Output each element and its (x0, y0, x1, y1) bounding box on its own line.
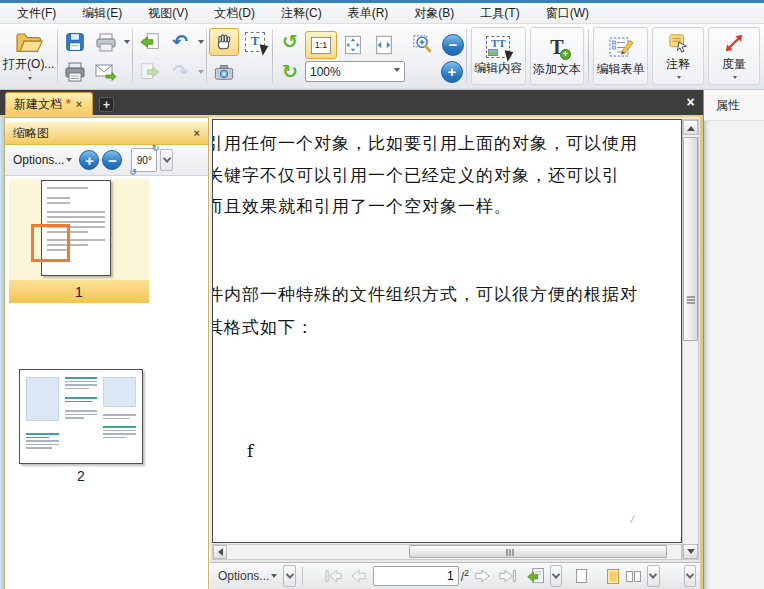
print-preview-button[interactable] (91, 28, 121, 56)
scroll-up-button[interactable] (683, 120, 698, 135)
document-tab[interactable]: 新建文档 * × (5, 92, 93, 115)
actual-size-button[interactable]: 1:1 (305, 31, 337, 59)
view-history-expand-button[interactable] (550, 565, 563, 587)
edit-form-button[interactable]: 编辑表单 (593, 27, 648, 85)
rotate-label: 90° (137, 155, 152, 166)
layout-expand-button[interactable] (647, 565, 660, 587)
menu-form[interactable]: 表单(R) (335, 3, 402, 24)
minus-icon: − (108, 153, 117, 168)
toolbar-separator (206, 29, 207, 84)
camera-icon (212, 62, 236, 82)
menu-tools[interactable]: 工具(T) (467, 3, 532, 24)
status-bar: Options... /2 (210, 562, 703, 589)
options-dropdown-icon (271, 574, 277, 581)
thumbnail-zoom-in-button[interactable]: + (79, 150, 99, 170)
menu-object[interactable]: 对象(B) (401, 3, 467, 24)
page-thumbnail-2[interactable] (19, 369, 143, 464)
open-button[interactable]: 打开(O)... (2, 26, 55, 87)
rotate-cw-mini-icon: ↻ (152, 143, 160, 153)
next-view-button[interactable] (135, 58, 165, 86)
menu-edit[interactable]: 编辑(E) (69, 3, 135, 24)
zoom-level-combobox[interactable]: 100% (305, 61, 405, 82)
statusbar-overflow-button[interactable] (684, 565, 697, 587)
document-text-line: 件内部一种特殊的文件组织方式，可以很方便的根据对 (212, 283, 638, 306)
menu-file[interactable]: 文件(F) (4, 3, 69, 24)
thumbnail-options-button[interactable]: Options... (9, 151, 76, 169)
rotate-left-button[interactable]: ↺ (275, 28, 305, 56)
edit-form-label: 编辑表单 (597, 61, 645, 78)
thumbnail-zoom-out-button[interactable]: − (102, 150, 122, 170)
horizontal-scrollbar[interactable] (212, 544, 682, 560)
tab-close-icon[interactable]: × (75, 99, 83, 110)
previous-view-button[interactable] (525, 566, 548, 586)
last-page-button[interactable] (496, 566, 519, 586)
snapshot-button[interactable] (209, 58, 239, 86)
redo-dropdown-icon[interactable] (198, 70, 204, 77)
properties-panel: 属性 (703, 90, 764, 589)
rotate-right-button[interactable]: ↻ (275, 58, 305, 86)
rotate-cw-icon: ↻ (282, 62, 298, 81)
panel-close-icon[interactable]: × (194, 127, 200, 139)
horizontal-scroll-thumb[interactable] (409, 545, 667, 558)
menu-bar: 文件(F) 编辑(E) 视图(V) 文档(D) 注释(C) 表单(R) 对象(B… (0, 3, 764, 24)
tab-title: 新建文档 (14, 96, 62, 113)
zoom-out-button[interactable]: − (442, 34, 464, 56)
thumbnail-panel-title: 缩略图 (13, 125, 49, 142)
hand-tool-button[interactable] (209, 28, 239, 56)
vertical-scrollbar[interactable] (682, 119, 699, 560)
printer-button[interactable] (60, 58, 90, 86)
vertical-scroll-thumb[interactable] (683, 137, 698, 341)
rotate-more-button[interactable] (160, 149, 173, 171)
add-text-button[interactable]: T + 添加文本 (530, 27, 585, 85)
fit-width-button[interactable] (369, 31, 399, 59)
status-options-expand-button[interactable] (283, 565, 296, 587)
undo-button[interactable]: ↶ (165, 28, 195, 56)
facing-layout-button[interactable] (622, 566, 645, 586)
previous-view-button[interactable] (135, 28, 165, 56)
thumbnail-panel-header: 缩略图 × (5, 122, 208, 145)
chevron-down-icon (649, 570, 657, 578)
first-page-button[interactable] (323, 566, 346, 586)
previous-page-button[interactable] (348, 566, 371, 586)
zoom-in-button[interactable]: + (441, 61, 463, 83)
email-button[interactable] (91, 58, 121, 86)
page-number-input[interactable] (373, 566, 459, 586)
first-page-icon (323, 567, 345, 585)
undo-icon: ↶ (172, 32, 188, 51)
fit-page-button[interactable] (338, 31, 368, 59)
thumbnail-panel: 缩略图 × Options... + − 90° ↻ ↺ (0, 117, 210, 589)
measure-tools-button[interactable]: 度量 (708, 27, 760, 85)
comment-tools-button[interactable]: 注释 (652, 27, 704, 85)
scroll-grip (687, 296, 695, 298)
edit-content-button[interactable]: TT 编辑内容 (471, 27, 526, 85)
menu-view[interactable]: 视图(V) (135, 3, 201, 24)
menu-comment[interactable]: 注释(C) (268, 3, 335, 24)
menu-window[interactable]: 窗口(W) (533, 3, 602, 24)
redo-button[interactable]: ↷ (165, 58, 195, 86)
next-page-button[interactable] (471, 566, 494, 586)
save-button[interactable] (60, 28, 90, 56)
rotate-pages-button[interactable]: 90° ↻ ↺ (131, 148, 157, 172)
tab-modified-marker: * (66, 97, 71, 111)
select-text-button[interactable]: T (240, 28, 270, 56)
undo-dropdown-icon[interactable] (198, 40, 204, 47)
save-icon (64, 31, 86, 53)
previous-page-icon (348, 567, 370, 585)
next-page-icon (471, 567, 493, 585)
new-tab-button[interactable]: + (99, 97, 114, 112)
status-options-button[interactable]: Options... (214, 567, 281, 585)
continuous-page-icon (607, 569, 619, 584)
marquee-zoom-button[interactable] (408, 31, 438, 59)
scroll-left-button[interactable] (213, 545, 227, 559)
select-text-icon: T (245, 32, 265, 52)
scroll-down-button[interactable] (683, 544, 698, 559)
continuous-layout-button[interactable] (601, 566, 624, 586)
menu-document[interactable]: 文档(D) (201, 3, 268, 24)
viewport-indicator[interactable] (31, 224, 70, 262)
document-text-line: 引用任何一个对象，比如要引用上面的对象，可以使用 (212, 132, 638, 155)
facing-pages-icon (626, 571, 641, 582)
single-page-layout-button[interactable] (570, 566, 593, 586)
print-dropdown-icon[interactable] (124, 40, 130, 47)
measure-label: 度量 (722, 56, 746, 73)
close-document-button[interactable]: × (682, 93, 699, 111)
